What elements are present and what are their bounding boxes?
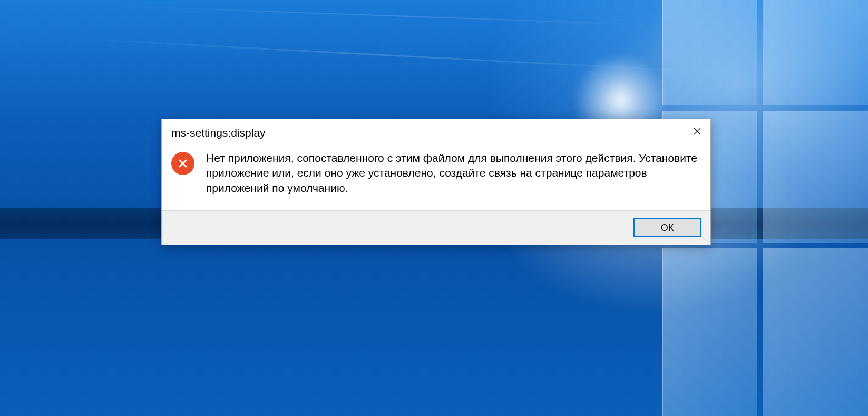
close-icon bbox=[693, 127, 701, 136]
error-icon bbox=[171, 152, 194, 175]
dialog-title: ms-settings:display bbox=[171, 124, 266, 139]
dialog-titlebar: ms-settings:display bbox=[162, 119, 710, 139]
error-icon-container bbox=[171, 151, 194, 196]
dialog-footer: ОК bbox=[162, 210, 710, 245]
dialog-body: Нет приложения, сопоставленного с этим ф… bbox=[162, 139, 710, 210]
close-button[interactable] bbox=[689, 123, 705, 139]
error-dialog: ms-settings:display Нет приложения, сопо… bbox=[161, 119, 711, 245]
ok-button[interactable]: ОК bbox=[633, 218, 701, 237]
dialog-message: Нет приложения, сопоставленного с этим ф… bbox=[206, 151, 698, 196]
